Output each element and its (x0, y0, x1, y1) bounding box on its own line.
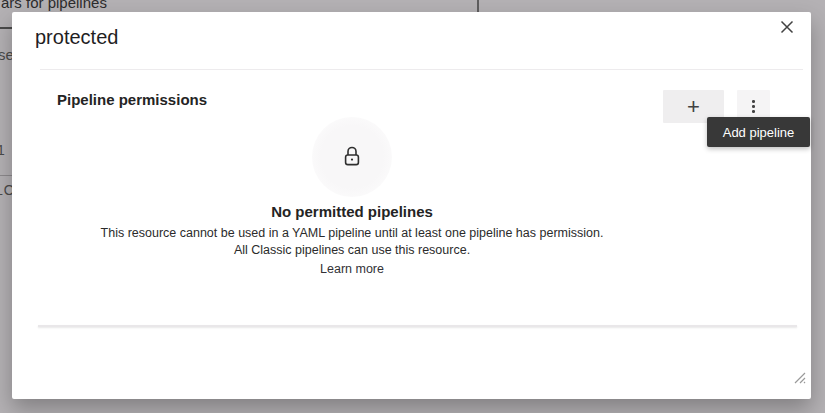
tooltip-label: Add pipeline (723, 125, 795, 140)
learn-more-link[interactable]: Learn more (320, 261, 384, 278)
empty-state-title: No permitted pipelines (40, 203, 664, 220)
footer-divider (38, 325, 797, 327)
resize-grip[interactable] (793, 370, 806, 383)
plus-icon: + (687, 96, 700, 118)
resize-grip-icon (793, 371, 806, 384)
header-divider (40, 69, 803, 70)
background-text-fragment-mid: 1 (0, 142, 5, 158)
dialog-title: protected (35, 26, 118, 49)
background-page-heading-fragment: ars for pipelines (1, 0, 107, 11)
section-heading: Pipeline permissions (57, 91, 207, 108)
kebab-menu-icon (752, 100, 755, 113)
close-button[interactable] (773, 13, 801, 41)
close-icon (780, 20, 794, 34)
background-pane-divider (477, 0, 479, 12)
empty-state-line2: All Classic pipelines can use this resou… (40, 242, 664, 259)
empty-state-circle (312, 117, 392, 197)
add-pipeline-tooltip: Add pipeline (707, 117, 810, 147)
lock-icon (342, 145, 362, 169)
empty-state-line1: This resource cannot be used in a YAML p… (40, 225, 664, 242)
empty-state: No permitted pipelines This resource can… (40, 203, 664, 278)
pipeline-permissions-dialog: protected Pipeline permissions + Add pip… (12, 12, 811, 399)
